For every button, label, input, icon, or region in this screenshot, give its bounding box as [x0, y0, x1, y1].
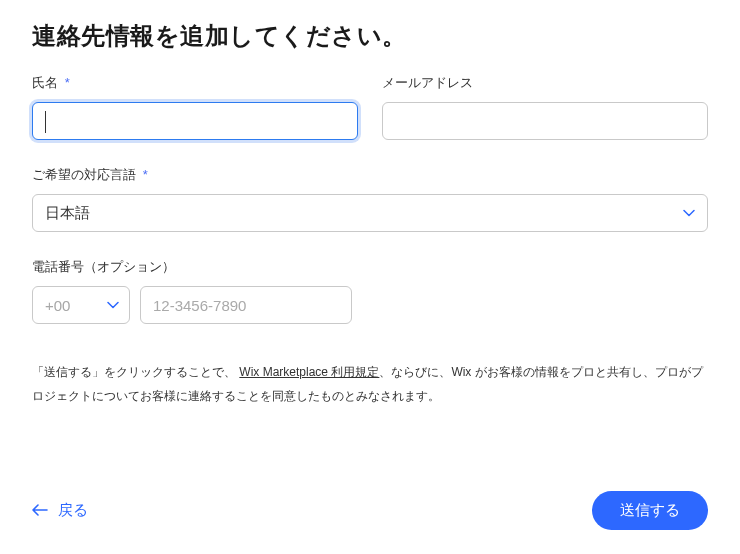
language-select[interactable]: 日本語 — [32, 194, 708, 232]
language-label: ご希望の対応言語 * — [32, 166, 708, 184]
country-code-value: +00 — [45, 297, 70, 314]
submit-button[interactable]: 送信する — [592, 491, 708, 530]
disclaimer-text: 「送信する」をクリックすることで、 Wix Marketplace 利用規定、な… — [32, 360, 708, 408]
page-title: 連絡先情報を追加してください。 — [32, 20, 708, 52]
required-mark: * — [65, 75, 70, 90]
name-input[interactable] — [32, 102, 358, 140]
country-code-select[interactable]: +00 — [32, 286, 130, 324]
back-label: 戻る — [58, 501, 88, 520]
email-input[interactable] — [382, 102, 708, 140]
chevron-down-icon — [683, 207, 695, 219]
required-mark: * — [143, 167, 148, 182]
name-label: 氏名 * — [32, 74, 358, 92]
back-button[interactable]: 戻る — [32, 501, 88, 520]
language-selected-value: 日本語 — [45, 204, 90, 223]
phone-label: 電話番号（オプション） — [32, 258, 708, 276]
arrow-left-icon — [32, 502, 48, 519]
terms-link[interactable]: Wix Marketplace 利用規定 — [239, 365, 379, 379]
chevron-down-icon — [107, 299, 119, 311]
phone-input[interactable] — [140, 286, 352, 324]
email-label: メールアドレス — [382, 74, 708, 92]
